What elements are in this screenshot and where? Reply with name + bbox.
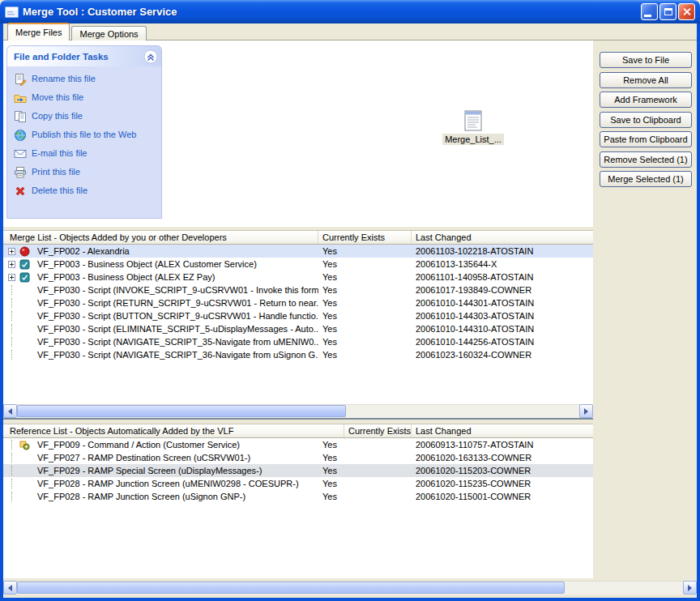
column-header-exists[interactable]: Currently Exists	[318, 231, 412, 244]
task-move-file[interactable]: Move this file	[14, 92, 158, 104]
column-header-exists[interactable]: Currently Exists	[344, 424, 412, 437]
close-button[interactable]	[678, 3, 695, 20]
task-label: Rename this file	[32, 73, 96, 84]
column-header-name[interactable]: Reference List - Objects Automatically A…	[3, 424, 344, 437]
tree-line	[11, 298, 12, 308]
task-pane-body: Rename this file Move this file Copy thi…	[7, 66, 161, 208]
reference-list-row[interactable]: VF_FP028 - RAMP Junction Screen (uSignon…	[3, 490, 593, 503]
tab-merge-options[interactable]: Merge Options	[71, 26, 146, 40]
icon-spacer	[19, 309, 36, 322]
tree-line	[11, 440, 12, 450]
task-pane-title: File and Folder Tasks	[14, 52, 143, 62]
task-label: Delete this file	[32, 185, 88, 196]
task-pane-header[interactable]: File and Folder Tasks	[7, 46, 161, 66]
merge-list-row[interactable]: VF_FP030 - Script (ELIMINATE_SCRIPT_5-uD…	[3, 322, 593, 335]
tab-merge-files[interactable]: Merge Files	[7, 23, 70, 40]
currently-exists-value: Yes	[318, 492, 412, 501]
object-name: VF_FP030 - Script (NAVIGATE_SCRIPT_35-Na…	[36, 337, 318, 347]
maximize-button[interactable]	[659, 3, 677, 20]
column-header-changed[interactable]: Last Changed	[412, 231, 593, 244]
paste-from-clipboard-button[interactable]: Paste from Clipboard	[600, 131, 692, 147]
merge-list-hscrollbar[interactable]	[3, 404, 593, 418]
reference-list-row[interactable]: VF_FP027 - RAMP Destination Screen (uCSR…	[3, 451, 593, 464]
merge-list-row[interactable]: VF_FP030 - Script (RETURN_SCRIPT_9-uCSRV…	[3, 296, 593, 309]
tree-cell	[3, 296, 19, 309]
save-to-clipboard-button[interactable]: Save to Clipboard	[600, 112, 692, 128]
merge-list-file-item[interactable]: Merge_List_...	[438, 109, 509, 145]
column-header-changed[interactable]: Last Changed	[412, 424, 593, 437]
object-name: VF_FP009 - Command / Action (Customer Se…	[36, 440, 318, 450]
scroll-right-button[interactable]	[579, 404, 593, 418]
scrollbar-thumb[interactable]	[17, 582, 565, 594]
maximize-icon	[664, 8, 672, 15]
currently-exists-value: Yes	[318, 440, 412, 450]
print-icon	[14, 166, 27, 179]
task-copy-file[interactable]: Copy this file	[14, 110, 158, 123]
scroll-left-button[interactable]	[3, 404, 17, 418]
tree-cell[interactable]	[3, 271, 19, 283]
merge-list-row[interactable]: VF_FP030 - Script (NAVIGATE_SCRIPT_35-Na…	[3, 335, 593, 348]
last-changed-value: 20061020-115203-COWNER	[412, 466, 593, 475]
right-arrow-icon	[584, 408, 588, 415]
task-label: Print this file	[32, 166, 80, 177]
reference-list-row[interactable]: VF_FP028 - RAMP Junction Screen (uMENIW0…	[3, 477, 593, 490]
last-changed-value: 20061017-193849-COWNER	[412, 285, 593, 295]
object-name: VF_FP030 - Script (INVOKE_SCRIPT_9-uCSRV…	[36, 285, 318, 295]
object-name: VF_FP029 - RAMP Special Screen (uDisplay…	[36, 466, 318, 475]
merge-list-row[interactable]: VF_FP003 - Business Object (ALEX EZ Pay)…	[3, 271, 593, 283]
last-changed-value: 20061010-144310-ATOSTAIN	[412, 324, 593, 334]
expand-plus-icon[interactable]	[8, 248, 15, 255]
icon-spacer	[19, 477, 36, 490]
add-framework-button[interactable]: Add Framework	[600, 92, 692, 108]
task-delete-file[interactable]: Delete this file	[14, 185, 158, 198]
last-changed-value: 20061010-144256-ATOSTAIN	[412, 337, 593, 347]
expand-plus-icon[interactable]	[8, 261, 15, 268]
save-to-file-button[interactable]: Save to File	[600, 52, 692, 68]
scroll-right-button[interactable]	[683, 581, 697, 595]
merge-selected-button[interactable]: Merge Selected (1)	[600, 171, 692, 187]
collapse-chevron-icon[interactable]	[143, 49, 158, 64]
remove-selected-button[interactable]: Remove Selected (1)	[600, 151, 692, 168]
last-changed-value: 20061013-135644-X	[412, 259, 593, 269]
task-print-file[interactable]: Print this file	[14, 166, 158, 179]
left-arrow-icon	[8, 408, 12, 415]
task-label: Copy this file	[32, 110, 83, 121]
icon-spacer	[19, 490, 36, 503]
currently-exists-value: Yes	[318, 479, 412, 488]
right-arrow-icon	[688, 585, 692, 591]
reference-list: Reference List - Objects Automatically A…	[3, 424, 593, 578]
task-rename-file[interactable]: Rename this file	[14, 73, 158, 86]
icon-spacer	[19, 296, 36, 309]
currently-exists-value: Yes	[318, 246, 412, 256]
tree-cell[interactable]	[3, 258, 19, 271]
object-name: VF_FP030 - Script (ELIMINATE_SCRIPT_5-uD…	[36, 324, 318, 334]
tree-cell[interactable]	[3, 245, 19, 258]
last-changed-value: 20061101-140958-ATOSTAIN	[412, 272, 593, 282]
currently-exists-value: Yes	[318, 272, 412, 282]
merge-list-row[interactable]: VF_FP003 - Business Object (ALEX Custome…	[3, 258, 593, 271]
tree-cell	[3, 464, 19, 477]
merge-list-row[interactable]: VF_FP030 - Script (NAVIGATE_SCRIPT_36-Na…	[3, 348, 593, 361]
merge-list-row[interactable]: VF_FP030 - Script (BUTTON_SCRIPT_9-uCSRV…	[3, 309, 593, 322]
currently-exists-value: Yes	[318, 453, 412, 462]
last-changed-value: 20061020-115001-COWNER	[412, 492, 593, 501]
reference-list-header: Reference List - Objects Automatically A…	[3, 424, 593, 438]
tree-cell	[3, 438, 19, 451]
task-email-file[interactable]: E-mail this file	[14, 147, 158, 160]
title-bar[interactable]: Merge Tool : Customer Service	[0, 0, 700, 23]
remove-all-button[interactable]: Remove All	[600, 72, 692, 88]
expand-plus-icon[interactable]	[8, 274, 15, 281]
scrollbar-thumb[interactable]	[17, 405, 346, 417]
last-changed-value: 20061023-160324-COWNER	[412, 350, 593, 360]
task-publish-file[interactable]: Publish this file to the Web	[14, 129, 158, 142]
window-title: Merge Tool : Customer Service	[23, 6, 641, 18]
merge-list-row[interactable]: VF_FP002 - Alexandria Yes 20061103-10221…	[3, 245, 593, 258]
scroll-left-button[interactable]	[3, 581, 17, 595]
reference-list-row[interactable]: VF_FP009 - Command / Action (Customer Se…	[3, 438, 593, 451]
column-header-name[interactable]: Merge List - Objects Added by you or oth…	[3, 231, 318, 244]
minimize-button[interactable]	[641, 3, 658, 20]
merge-list-row[interactable]: VF_FP030 - Script (INVOKE_SCRIPT_9-uCSRV…	[3, 283, 593, 296]
pane-splitter[interactable]	[3, 418, 593, 424]
reference-list-row[interactable]: VF_FP029 - RAMP Special Screen (uDisplay…	[3, 464, 593, 477]
bottom-hscrollbar[interactable]	[3, 581, 697, 595]
